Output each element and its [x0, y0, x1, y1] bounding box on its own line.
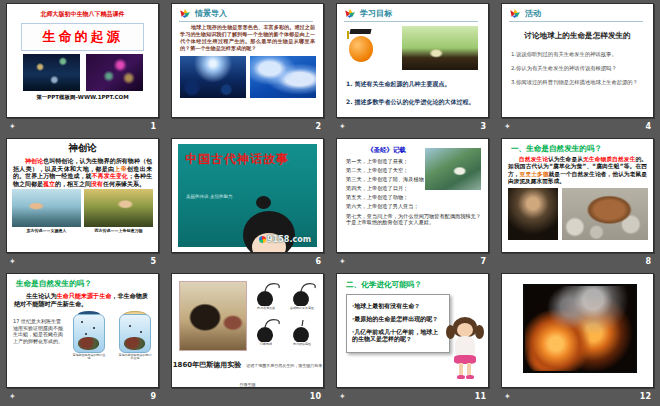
jar-experiment-image: 苍蝇能接触肉块的瓶内生蛆 苍蝇不能接触肉块的瓶内不生蛆: [72, 311, 152, 361]
transition-icon[interactable]: ✦: [9, 123, 16, 131]
slide-thumbnail-1[interactable]: 北师大版初中生物八下精品课件 生命的起源 第一PPT模板网-WWW.1PPT.C…: [6, 3, 159, 118]
slide-strip-6: 6: [171, 253, 324, 270]
slide-strip-3: ✦ 3: [336, 118, 489, 135]
slide-sorter-view: 北师大版初中生物八下精品课件 生命的起源 第一PPT模板网-WWW.1PPT.C…: [0, 0, 660, 406]
jellyfish-image: [250, 56, 316, 98]
slide-number: 5: [150, 257, 156, 266]
section-logo-icon: [344, 8, 357, 19]
nuwa-legend-image: [12, 189, 81, 227]
slide-cell-1: 北师大版初中生物八下精品课件 生命的起源 第一PPT模板网-WWW.1PPT.C…: [0, 0, 165, 135]
cartoon-girl-image: [445, 317, 485, 379]
slide-strip-1: ✦ 1: [6, 118, 159, 135]
slide-cell-12: ✦ 12: [495, 270, 660, 406]
section-rule: [179, 21, 313, 22]
jar-caption: 苍蝇能接触肉块的瓶内生蛆: [72, 354, 106, 361]
section-rule: [509, 21, 643, 22]
slide-cell-9: 生命是自然发生的吗？ 生生论认为生命只能来源于生命，非生命物质绝对不能随时产生新…: [0, 270, 165, 406]
slide-cell-5: 神创论 神创论也叫特创论，认为生物界的所有物种（包括人类），以及天体和大地，都是…: [0, 135, 165, 270]
slide-strip-7: ✦ 7: [336, 253, 489, 270]
slide-cell-8: 一、生命是自然发生的吗？ 自然发生论认为生命是从无生命物质自然发生的。如我国古代…: [495, 135, 660, 270]
pasteur-caption: 1860年巴斯德用实验 证明了细菌不是自然发生的，微生物只能来自微生物: [172, 352, 323, 388]
flask-icon: [287, 317, 317, 343]
slide-strip-11: ✦ 11: [336, 388, 489, 405]
slide-thumbnail-7[interactable]: 《圣经》记载 第一天，上帝创造了昼夜； 第二天，上帝创造了天空； 第三天，上帝创…: [336, 138, 489, 253]
board-question: ·最原始的生命是怎样出现的呢？: [352, 315, 444, 323]
slide-thumbnail-2[interactable]: 情景导入 地球上现存的生物是形形色色、丰富多彩的。通过之前学习的生物知识我们了解…: [171, 3, 324, 118]
slide-number: 11: [475, 392, 486, 401]
bible-line: 第六天，上帝创造了男人亚当；: [346, 203, 482, 210]
slide-thumbnail-9[interactable]: 生命是自然发生的吗？ 生生论认为生命只能来源于生命，非生命物质绝对不能随时产生新…: [6, 273, 159, 388]
slide-thumbnail-6[interactable]: 中国古代神话故事 美丽的传说 永恒的魅力 9158.com: [171, 138, 324, 253]
slide-number: 9: [150, 392, 156, 401]
slide-thumbnail-4[interactable]: 活动 讨论地球上的生命是怎样发生的 1.说说你听到过的有关生命发生的神话故事。 …: [501, 3, 654, 118]
watermark: 9158.com: [259, 235, 311, 244]
flask-icon: [251, 317, 281, 343]
night-ocean-image: [23, 54, 80, 91]
slide-cell-4: 活动 讨论地球上的生命是怎样发生的 1.说说你听到过的有关生命发生的神话故事。 …: [495, 0, 660, 135]
slide-thumbnail-5[interactable]: 神创论 神创论也叫特创论，认为生物界的所有物种（包括人类），以及天体和大地，都是…: [6, 138, 159, 253]
slide-thumbnail-11[interactable]: 二、化学进化可能吗？ ·地球上最初有没有生命？ ·最原始的生命是怎样出现的呢？ …: [336, 273, 489, 388]
section-heading: 二、化学进化可能吗？: [346, 280, 488, 290]
slide-number: 2: [315, 122, 321, 131]
book-title: 中国古代神话故事: [178, 144, 317, 168]
section-logo-icon: [509, 8, 522, 19]
creationism-paragraph: 神创论也叫特创论，认为生物界的所有物种（包括人类），以及天体和大地，都是由上帝创…: [13, 157, 152, 187]
transition-icon[interactable]: ✦: [504, 393, 511, 401]
slide-number: 7: [480, 257, 486, 266]
section-heading: 生命是自然发生的吗？: [16, 279, 158, 289]
mouse-on-rocks-image: [562, 188, 648, 240]
slide-strip-9: ✦ 9: [6, 388, 159, 405]
transition-icon[interactable]: ✦: [339, 258, 346, 266]
spontaneous-generation-paragraph: 自然发生论认为生命是从无生命物质自然发生的。如我国古代认为“腐草化为萤”、“腐肉…: [508, 156, 647, 186]
slide-cell-6: 中国古代神话故事 美丽的传说 永恒的魅力 9158.com 6: [165, 135, 330, 270]
section-heading: 一、生命是自然发生的吗？: [511, 144, 653, 154]
book-subtitle: 美丽的传说 永恒的魅力: [178, 194, 317, 199]
slide-number: 3: [480, 122, 486, 131]
activity-question: 3.你阅读过的科普刊物是怎样描述地球上生命起源的？: [511, 79, 644, 86]
coast-statue-image: [425, 148, 481, 190]
slide-thumbnail-12[interactable]: [501, 273, 654, 388]
figure-caption: 东方传说——女娲造人: [12, 228, 81, 233]
bible-line: 第七天，亚当问上帝，为什么世间万物皆有配偶而我独无？于是上帝取他的肋骨创造了女人…: [346, 213, 482, 226]
dna-art-image: [86, 54, 143, 91]
slide-number: 10: [310, 392, 321, 401]
slide-strip-12: ✦ 12: [501, 388, 654, 405]
section-title: 学习目标: [360, 8, 392, 19]
slide-cell-10: 肉汤煮沸灭菌 曲颈瓶静置不腐败 打断瓶颈: [165, 270, 330, 406]
template-credit: 第一PPT模板网-WWW.1PPT.COM: [7, 94, 158, 101]
biogenesis-paragraph: 生生论认为生命只能来源于生命，非生命物质绝对不能随时产生新生命。: [14, 292, 151, 308]
flask-icon: [251, 281, 281, 307]
objective-item: 1. 简述有关生命起源的几种主要观点。: [346, 80, 479, 89]
transition-icon[interactable]: ✦: [339, 123, 346, 131]
transition-icon[interactable]: ✦: [339, 393, 346, 401]
flask-icon: [287, 281, 317, 307]
slide-thumbnail-3[interactable]: 学习目标 1. 简述有关生命起源的几种主要观点。 2. 描述多数学者公认的化学进…: [336, 3, 489, 118]
intro-paragraph: 地球上现存的生物是形形色色、丰富多彩的。通过之前学习的生物知识我们了解到每一个生…: [180, 24, 315, 53]
slide-cell-3: 学习目标 1. 简述有关生命起源的几种主要观点。 2. 描述多数学者公认的化学进…: [330, 0, 495, 135]
transition-icon[interactable]: ✦: [504, 123, 511, 131]
mascot-graduate-icon: [347, 26, 375, 62]
god-creation-image: [84, 189, 153, 227]
slide-thumbnail-8[interactable]: 一、生命是自然发生的吗？ 自然发生论认为生命是从无生命物质自然发生的。如我国古代…: [501, 138, 654, 253]
slide-strip-10: 10: [171, 388, 324, 405]
slide-cell-11: 二、化学进化可能吗？ ·地球上最初有没有生命？ ·最原始的生命是怎样出现的呢？ …: [330, 270, 495, 406]
activity-question: 1.说说你听到过的有关生命发生的神话故事。: [511, 51, 644, 58]
figure-caption: 西方传说——上帝创造万物: [84, 228, 153, 233]
slide-number: 6: [315, 257, 321, 266]
transition-icon[interactable]: ✦: [9, 258, 16, 266]
slide-strip-8: 8: [501, 253, 654, 270]
cartoon-girl-bun: [256, 196, 271, 209]
title-box: 生命的起源: [21, 23, 144, 51]
objective-item: 2. 描述多数学者公认的化学进化论的大体过程。: [346, 98, 479, 107]
section-logo-icon: [179, 8, 192, 19]
bible-line: 第五天，上帝创造了动物；: [346, 194, 482, 201]
board-question: ·几亿年前或几十亿年前，地球上的生物又是怎样的呢？: [352, 328, 444, 344]
activity-question: 2.你认为有关生命发生的神话传说有根据吗？: [511, 65, 644, 72]
transition-icon[interactable]: ✦: [9, 393, 16, 401]
slide-number: 8: [645, 257, 651, 266]
volcano-eruption-image: [523, 284, 637, 373]
jar-caption: 苍蝇不能接触肉块的瓶内不生蛆: [118, 354, 152, 361]
section-title: 活动: [525, 8, 541, 19]
slide-thumbnail-10[interactable]: 肉汤煮沸灭菌 曲颈瓶静置不腐败 打断瓶颈: [171, 273, 324, 388]
activity-title: 讨论地球上的生命是怎样发生的: [502, 31, 653, 41]
